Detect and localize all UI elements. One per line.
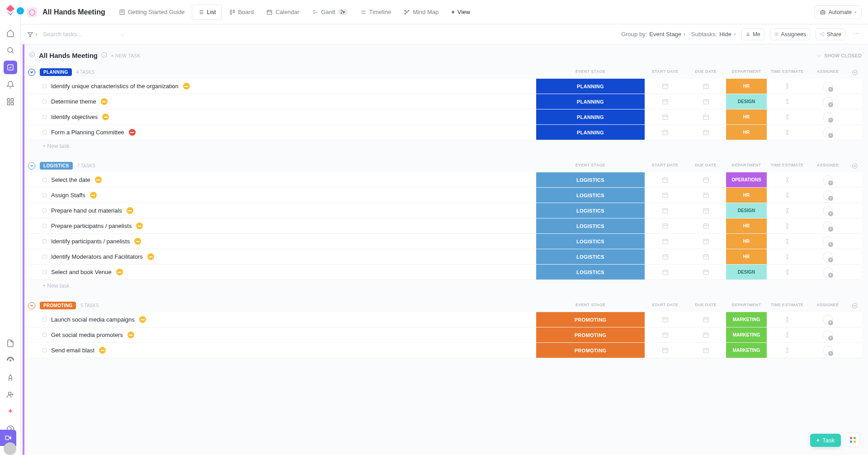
space-icon[interactable]: ◯ <box>27 7 37 17</box>
priority-icon[interactable] <box>116 269 123 275</box>
assignee-cell[interactable] <box>807 125 848 140</box>
sidebar-toggle[interactable]: › <box>17 7 24 14</box>
due-date-cell[interactable] <box>685 265 726 280</box>
start-date-cell[interactable] <box>645 265 685 280</box>
priority-icon[interactable] <box>127 332 134 338</box>
start-date-cell[interactable] <box>645 312 685 327</box>
time-cell[interactable] <box>767 172 807 187</box>
nav-apps[interactable] <box>4 95 17 109</box>
time-cell[interactable] <box>767 234 807 249</box>
apps-launcher[interactable] <box>845 432 860 447</box>
department-cell[interactable]: DESIGN <box>726 203 767 218</box>
assignee-cell[interactable] <box>807 343 848 358</box>
group-collapse[interactable] <box>28 302 35 309</box>
assignee-cell[interactable] <box>807 94 848 109</box>
priority-icon[interactable] <box>95 176 102 183</box>
tab-board[interactable]: Board <box>224 5 259 20</box>
add-column[interactable] <box>848 303 862 309</box>
nav-goals[interactable] <box>4 371 17 384</box>
time-cell[interactable] <box>767 94 807 109</box>
status-dot[interactable] <box>42 130 47 134</box>
new-task-row[interactable]: + New task <box>28 280 862 292</box>
status-dot[interactable] <box>42 270 47 274</box>
priority-icon[interactable] <box>134 238 141 245</box>
stage-cell[interactable]: PLANNING <box>536 79 645 94</box>
department-cell[interactable]: DESIGN <box>726 265 767 280</box>
time-cell[interactable] <box>767 79 807 94</box>
assignee-cell[interactable] <box>807 312 848 327</box>
start-date-cell[interactable] <box>645 343 685 358</box>
stage-cell[interactable]: LOGISTICS <box>536 188 645 203</box>
start-date-cell[interactable] <box>645 249 685 264</box>
time-cell[interactable] <box>767 249 807 264</box>
assignee-cell[interactable] <box>807 327 848 342</box>
nav-ai[interactable] <box>4 405 17 419</box>
add-column[interactable] <box>848 69 862 76</box>
priority-icon[interactable] <box>129 129 136 136</box>
time-cell[interactable] <box>767 327 807 342</box>
stage-cell[interactable]: LOGISTICS <box>536 218 645 233</box>
priority-icon[interactable] <box>102 114 109 120</box>
new-task-button[interactable]: + Task <box>810 434 841 447</box>
due-date-cell[interactable] <box>685 125 726 140</box>
department-cell[interactable]: HR <box>726 218 767 233</box>
start-date-cell[interactable] <box>645 172 685 187</box>
due-date-cell[interactable] <box>685 188 726 203</box>
task-row[interactable]: Prepare participatns / panelistsLOGISTIC… <box>28 218 862 234</box>
nav-tasks[interactable] <box>4 61 17 74</box>
status-dot[interactable] <box>42 209 47 213</box>
status-dot[interactable] <box>42 318 47 322</box>
task-row[interactable]: Determine themePLANNINGDESIGN <box>28 94 862 109</box>
stage-cell[interactable]: LOGISTICS <box>536 234 645 249</box>
time-cell[interactable] <box>767 188 807 203</box>
department-cell[interactable]: HR <box>726 79 767 94</box>
status-dot[interactable] <box>42 193 47 197</box>
task-row[interactable]: Select and book VenueLOGISTICSDESIGN <box>28 265 862 280</box>
stage-cell[interactable]: PROMOTING <box>536 312 645 327</box>
due-date-cell[interactable] <box>685 203 726 218</box>
nav-home[interactable] <box>4 26 17 40</box>
app-logo[interactable] <box>4 4 17 16</box>
time-cell[interactable] <box>767 343 807 358</box>
department-cell[interactable]: MARKETING <box>726 327 767 342</box>
stage-cell[interactable]: LOGISTICS <box>536 249 645 264</box>
status-dot[interactable] <box>42 239 47 243</box>
stage-cell[interactable]: PLANNING <box>536 94 645 109</box>
subtasks-select[interactable]: Subtasks: Hide ▾ <box>691 31 736 38</box>
task-row[interactable]: Form a Planning CommitteePLANNINGHR <box>28 125 862 140</box>
start-date-cell[interactable] <box>645 125 685 140</box>
assignee-cell[interactable] <box>807 109 848 124</box>
priority-icon[interactable] <box>90 192 97 199</box>
status-dot[interactable] <box>42 84 47 88</box>
task-row[interactable]: Identify Moderators and FacilitatorsLOGI… <box>28 249 862 265</box>
priority-icon[interactable] <box>147 253 154 260</box>
start-date-cell[interactable] <box>645 94 685 109</box>
nav-search[interactable] <box>4 43 17 57</box>
assignee-cell[interactable] <box>807 188 848 203</box>
due-date-cell[interactable] <box>685 94 726 109</box>
task-row[interactable]: Launch social media campaignsPROMOTINGMA… <box>28 312 862 327</box>
filter-button[interactable]: ▾ <box>27 31 38 38</box>
status-dot[interactable] <box>42 115 47 119</box>
start-date-cell[interactable] <box>645 109 685 124</box>
task-row[interactable]: Prepare hand out materialsLOGISTICSDESIG… <box>28 203 862 218</box>
priority-icon[interactable] <box>136 223 143 229</box>
start-date-cell[interactable] <box>645 203 685 218</box>
due-date-cell[interactable] <box>685 79 726 94</box>
task-row[interactable]: Identify participants / panelistsLOGISTI… <box>28 234 862 249</box>
department-cell[interactable]: HR <box>726 234 767 249</box>
info-icon[interactable] <box>101 52 107 59</box>
more-button[interactable] <box>851 30 862 38</box>
task-row[interactable]: Identify objectivesPLANNINGHR <box>28 109 862 125</box>
start-date-cell[interactable] <box>645 188 685 203</box>
assignee-cell[interactable] <box>807 172 848 187</box>
start-date-cell[interactable] <box>645 234 685 249</box>
tab-mindmap[interactable]: Mind Map <box>398 5 444 20</box>
priority-icon[interactable] <box>183 83 190 90</box>
tab-calendar[interactable]: Calendar <box>261 5 305 20</box>
tab-getting-started[interactable]: Getting Started Guide <box>113 5 190 20</box>
time-cell[interactable] <box>767 265 807 280</box>
status-dot[interactable] <box>42 333 47 337</box>
department-cell[interactable]: HR <box>726 188 767 203</box>
due-date-cell[interactable] <box>685 234 726 249</box>
